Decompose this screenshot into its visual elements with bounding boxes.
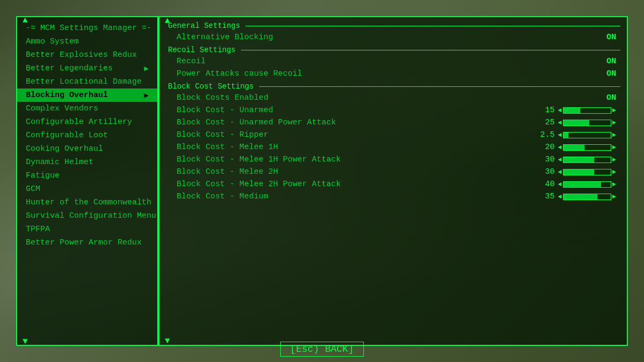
sidebar-item-label: Survival Configuration Menu (26, 211, 156, 220)
setting-row-alt-blocking: Alternative BlockingON (166, 31, 620, 43)
sidebar-item-better-explosives[interactable]: Better Explosives Redux (17, 48, 157, 62)
slider-container-block-cost-ripper: ◄► (558, 131, 616, 139)
section-block-cost-settings: Block Cost SettingsBlock Costs EnabledON… (166, 82, 620, 203)
section-header-text: Recoil Settings (168, 46, 236, 54)
sidebar-item-configurable-loot[interactable]: Configurable Loot (17, 129, 157, 142)
slider-fill-block-cost-melee-1h-power (564, 157, 594, 162)
sidebar-item-cooking-overhaul[interactable]: Cooking Overhaul (17, 142, 157, 156)
sidebar-item-mcm-title[interactable]: -= MCM Settings Manager =- (17, 21, 157, 35)
sidebar-item-gcm[interactable]: GCM (17, 182, 157, 196)
slider-right-arrow-block-cost-melee-1h[interactable]: ► (612, 144, 616, 151)
setting-label-block-cost-unarmed: Block Cost - Unarmed (177, 106, 536, 115)
sidebar-item-survival-config[interactable]: Survival Configuration Menu (17, 209, 157, 223)
back-button[interactable]: [Esc) BACK] (280, 342, 364, 357)
slider-container-block-cost-unarmed-power: ◄► (558, 119, 616, 127)
sidebar-item-label: -= MCM Settings Manager =- (26, 24, 151, 33)
section-divider (245, 26, 620, 26)
slider-right-arrow-block-cost-unarmed[interactable]: ► (612, 107, 616, 114)
sidebar-item-label: Configurable Artillery (26, 117, 132, 127)
setting-value-block-costs-enabled[interactable]: ON (606, 93, 616, 102)
right-scroll-up-arrow[interactable]: ▲ (165, 16, 170, 26)
slider-fill-block-cost-melee-2h-power (564, 182, 601, 187)
slider-left-arrow-block-cost-unarmed[interactable]: ◄ (558, 107, 562, 114)
slider-left-arrow-block-cost-medium[interactable]: ◄ (558, 193, 562, 201)
slider-container-block-cost-medium: ◄► (558, 193, 616, 201)
sidebar-item-hunter-commonwealth[interactable]: Hunter of the Commonwealth (17, 196, 157, 209)
setting-value-block-cost-melee-2h: 30 (536, 167, 555, 176)
sidebar-item-label: Better Power Armor Redux (26, 238, 142, 247)
sidebar-item-arrow: ▶ (144, 91, 149, 100)
setting-label-block-cost-melee-2h: Block Cost - Melee 2H (177, 167, 536, 176)
sidebar-item-fatigue[interactable]: Fatigue (17, 169, 157, 182)
section-divider (241, 50, 620, 50)
slider-fill-block-cost-unarmed-power (564, 120, 589, 125)
slider-right-arrow-block-cost-melee-1h-power[interactable]: ► (612, 156, 616, 164)
setting-row-block-cost-ripper: Block Cost - Ripper2.5◄► (166, 129, 620, 141)
setting-value-recoil[interactable]: ON (606, 57, 616, 66)
slider-left-arrow-block-cost-melee-2h-power[interactable]: ◄ (558, 181, 562, 188)
sidebar-item-better-power-armor[interactable]: Better Power Armor Redux (17, 236, 157, 249)
slider-left-arrow-block-cost-melee-1h[interactable]: ◄ (558, 144, 562, 151)
slider-left-arrow-block-cost-melee-2h[interactable]: ◄ (558, 168, 562, 176)
setting-value-block-cost-melee-1h: 20 (536, 143, 555, 152)
slider-right-arrow-block-cost-melee-2h-power[interactable]: ► (612, 181, 616, 188)
sidebar-item-label: Ammo System (26, 37, 79, 46)
slider-track-block-cost-ripper[interactable] (563, 132, 611, 138)
slider-track-block-cost-unarmed[interactable] (563, 107, 611, 114)
sidebar-item-ammo-system[interactable]: Ammo System (17, 35, 157, 48)
sidebar-item-label: Configurable Loot (26, 131, 108, 140)
slider-left-arrow-block-cost-melee-1h-power[interactable]: ◄ (558, 156, 562, 164)
setting-row-block-costs-enabled: Block Costs EnabledON (166, 92, 620, 104)
section-general-settings: General SettingsAlternative BlockingON (166, 21, 620, 43)
slider-right-arrow-block-cost-unarmed-power[interactable]: ► (612, 119, 616, 127)
slider-track-block-cost-melee-2h-power[interactable] (563, 181, 611, 188)
setting-row-block-cost-unarmed-power: Block Cost - Unarmed Power Attack25◄► (166, 116, 620, 129)
setting-value-block-cost-unarmed: 15 (536, 106, 555, 115)
sidebar-item-tpfpa[interactable]: TPFPA (17, 223, 157, 236)
setting-value-power-attacks-recoil[interactable]: ON (606, 69, 616, 78)
setting-value-block-cost-unarmed-power: 25 (536, 118, 555, 127)
sidebar-item-label: Dynamic Helmet (26, 158, 93, 167)
slider-right-arrow-block-cost-ripper[interactable]: ► (612, 131, 616, 139)
slider-container-block-cost-melee-1h: ◄► (558, 144, 616, 151)
sidebar-item-label: Blocking Overhaul (26, 91, 108, 100)
sidebar-item-better-legendaries[interactable]: Better Legendaries▶ (17, 62, 157, 75)
setting-value-alt-blocking[interactable]: ON (606, 33, 616, 42)
sidebar-item-dynamic-helmet[interactable]: Dynamic Helmet (17, 156, 157, 169)
sidebar-item-label: Hunter of the Commonwealth (26, 198, 151, 207)
slider-left-arrow-block-cost-unarmed-power[interactable]: ◄ (558, 119, 562, 127)
slider-right-arrow-block-cost-medium[interactable]: ► (612, 193, 616, 201)
slider-track-block-cost-melee-1h[interactable] (563, 144, 611, 151)
setting-row-block-cost-melee-1h-power: Block Cost - Melee 1H Power Attack30◄► (166, 153, 620, 166)
left-panel: ▲ -= MCM Settings Manager =-Ammo SystemB… (16, 16, 158, 346)
section-header-block-cost-settings: Block Cost Settings (166, 82, 620, 91)
slider-container-block-cost-melee-1h-power: ◄► (558, 156, 616, 164)
slider-right-arrow-block-cost-melee-2h[interactable]: ► (612, 168, 616, 176)
slider-track-block-cost-medium[interactable] (563, 194, 611, 200)
setting-value-block-cost-melee-2h-power: 40 (536, 180, 555, 189)
slider-left-arrow-block-cost-ripper[interactable]: ◄ (558, 131, 562, 139)
slider-track-block-cost-melee-1h-power[interactable] (563, 157, 611, 163)
slider-track-block-cost-melee-2h[interactable] (563, 169, 611, 175)
menu-list: -= MCM Settings Manager =-Ammo SystemBet… (17, 17, 157, 254)
setting-label-block-cost-unarmed-power: Block Cost - Unarmed Power Attack (177, 118, 536, 127)
setting-row-block-cost-melee-2h-power: Block Cost - Melee 2H Power Attack40◄► (166, 178, 620, 190)
sidebar-item-label: Better Legendaries (26, 64, 113, 73)
setting-label-alt-blocking: Alternative Blocking (177, 33, 606, 42)
sidebar-item-blocking-overhaul[interactable]: Blocking Overhaul▶ (17, 88, 157, 102)
setting-label-block-costs-enabled: Block Costs Enabled (177, 93, 606, 102)
slider-container-block-cost-melee-2h: ◄► (558, 168, 616, 176)
setting-value-block-cost-medium: 35 (536, 192, 555, 201)
sidebar-item-label: Complex Vendors (26, 104, 98, 113)
sidebar-item-label: GCM (26, 184, 40, 194)
section-header-general-settings: General Settings (166, 21, 620, 30)
slider-fill-block-cost-melee-1h (564, 145, 585, 150)
setting-value-block-cost-melee-1h-power: 30 (536, 155, 555, 164)
sidebar-item-arrow: ▶ (144, 64, 149, 73)
sidebar-item-configurable-artillery[interactable]: Configurable Artillery (17, 115, 157, 129)
sidebar-item-complex-vendors[interactable]: Complex Vendors (17, 102, 157, 115)
sidebar-item-better-locational[interactable]: Better Locational Damage (17, 75, 157, 88)
slider-container-block-cost-unarmed: ◄► (558, 107, 616, 114)
slider-fill-block-cost-medium (564, 194, 597, 200)
slider-track-block-cost-unarmed-power[interactable] (563, 120, 611, 126)
